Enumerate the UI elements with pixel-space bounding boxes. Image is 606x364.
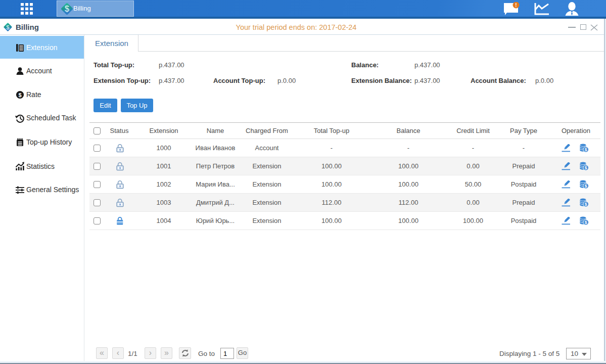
svg-text:!: ! (515, 3, 517, 8)
svg-text:$: $ (65, 5, 69, 13)
svg-text:$: $ (18, 92, 21, 98)
